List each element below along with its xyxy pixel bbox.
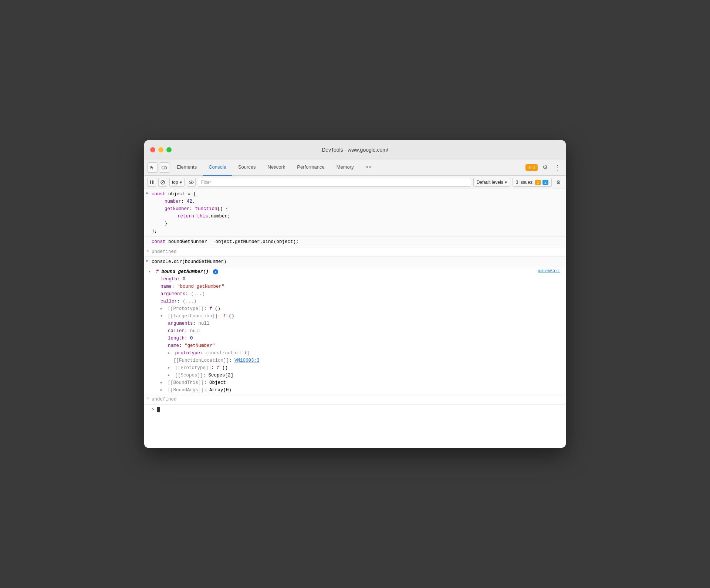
clear-console-button[interactable] xyxy=(158,178,167,187)
console-result-2: < undefined xyxy=(144,395,566,404)
tree-item-tf-proto2: [[Prototype]]: f () xyxy=(149,364,563,372)
console-result-1: < undefined xyxy=(144,247,566,257)
svg-rect-1 xyxy=(165,167,166,169)
context-selector[interactable]: top ▾ xyxy=(169,178,185,187)
tree-item-tf-fnloc: [[FunctionLocation]]: VM10603:3 xyxy=(149,357,563,364)
info-icon[interactable]: i xyxy=(213,269,218,274)
vm10603-link[interactable]: VM10603:3 xyxy=(234,358,260,363)
tab-console[interactable]: Console xyxy=(203,159,232,176)
main-toolbar: Elements Console Sources Network Perform… xyxy=(144,159,566,176)
minimize-button[interactable] xyxy=(158,147,163,152)
close-button[interactable] xyxy=(150,147,155,152)
bound-args-expand[interactable] xyxy=(160,388,165,393)
more-options-button[interactable]: ⋮ xyxy=(552,162,563,173)
settings-button[interactable]: ⚙ xyxy=(540,162,550,173)
console-entry-tree: VM10659:1 f bound getNumber() i length: … xyxy=(144,267,566,395)
nav-tabs: Elements Console Sources Network Perform… xyxy=(171,159,524,176)
devtools-window: DevTools - www.google.com/ Elements Cons… xyxy=(144,140,566,448)
tree-item-tf-caller: caller: null xyxy=(149,327,563,335)
tab-performance[interactable]: Performance xyxy=(291,159,330,176)
tree-item-target-fn: [[TargetFunction]]: f () xyxy=(149,312,563,320)
maximize-button[interactable] xyxy=(166,147,172,152)
svg-line-5 xyxy=(162,181,164,183)
console-entry-bind: const boundGetNunmer = object.getNumber.… xyxy=(144,237,566,247)
toolbar-right: ⚠ 1 ⚙ ⋮ xyxy=(525,162,563,173)
tab-elements[interactable]: Elements xyxy=(171,159,203,176)
console-output: ▶ const object = { number: 42, getNumber… xyxy=(144,189,566,448)
tree-item-arguments: arguments: (...) xyxy=(149,290,563,298)
svg-point-7 xyxy=(190,182,192,183)
vm-link[interactable]: VM10659:1 xyxy=(538,268,560,275)
filter-input[interactable] xyxy=(198,178,471,187)
pointer-icon[interactable] xyxy=(147,162,158,173)
cursor xyxy=(157,407,160,412)
bound-this-expand[interactable] xyxy=(160,380,165,385)
console-entry-object: ▶ const object = { number: 42, getNumber… xyxy=(144,189,566,237)
run-button[interactable] xyxy=(147,178,156,187)
device-toggle-icon[interactable] xyxy=(159,162,169,173)
warning-count-badge: 1 xyxy=(535,180,541,185)
eye-filter-button[interactable] xyxy=(187,178,196,187)
prompt-arrow: > xyxy=(152,406,155,413)
console-toolbar: top ▾ Default levels ▾ 3 Issues: 1 2 ⚙ xyxy=(144,176,566,189)
console-entry-dir: ▶ console.dir(boundGetNunmer) xyxy=(144,257,566,267)
target-fn-expand[interactable] xyxy=(160,314,165,319)
info-count-badge: 2 xyxy=(542,180,548,185)
tree-item-length: length: 0 xyxy=(149,276,563,283)
tree-item-prototype: [[Prototype]]: f () xyxy=(149,305,563,312)
tree-item-tf-arguments: arguments: null xyxy=(149,320,563,327)
tree-root-expand[interactable] xyxy=(149,269,153,274)
traffic-lights xyxy=(150,147,172,152)
expand-icon-dir[interactable]: ▶ xyxy=(146,258,149,264)
warning-badge[interactable]: ⚠ 1 xyxy=(525,164,538,171)
tree-item-tf-name: name: "getNumber" xyxy=(149,342,563,349)
tab-more[interactable]: >> xyxy=(360,159,377,176)
tree-item-tf-scopes: [[Scopes]]: Scopes[2] xyxy=(149,372,563,379)
tree-item-caller: caller: (...) xyxy=(149,298,563,305)
tree-item-tf-proto: prototype: {constructor: f} xyxy=(149,349,563,357)
log-levels-button[interactable]: Default levels ▾ xyxy=(473,178,510,187)
svg-rect-0 xyxy=(162,166,165,169)
tf-scopes-expand[interactable] xyxy=(168,373,172,378)
tf-proto2-expand[interactable] xyxy=(168,365,172,371)
svg-rect-3 xyxy=(152,180,153,184)
issues-badge[interactable]: 3 Issues: 1 2 xyxy=(513,178,552,187)
expand-icon[interactable]: ▶ xyxy=(146,190,149,196)
tab-sources[interactable]: Sources xyxy=(232,159,262,176)
titlebar: DevTools - www.google.com/ xyxy=(144,140,566,159)
console-settings-button[interactable]: ⚙ xyxy=(554,178,563,187)
prototype-expand[interactable] xyxy=(160,306,165,311)
warning-icon: ⚠ xyxy=(528,165,532,170)
window-title: DevTools - www.google.com/ xyxy=(322,147,388,153)
console-prompt[interactable]: > xyxy=(144,404,566,415)
tree-item-tf-length: length: 0 xyxy=(149,335,563,342)
tree-item-bound-args: [[BoundArgs]]: Array(0) xyxy=(149,386,563,394)
tree-item-name: name: "bound getNumber" xyxy=(149,283,563,290)
tab-memory[interactable]: Memory xyxy=(331,159,360,176)
tf-proto-expand[interactable] xyxy=(168,351,172,356)
svg-rect-2 xyxy=(150,180,151,184)
tree-item-bound-this: [[BoundThis]]: Object xyxy=(149,379,563,386)
tab-network[interactable]: Network xyxy=(262,159,291,176)
